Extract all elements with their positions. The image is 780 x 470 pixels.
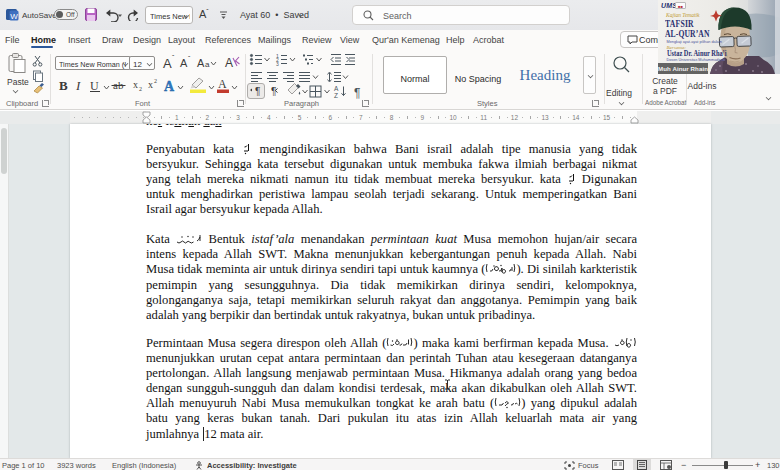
svg-text:ˆ: ˆ (172, 54, 175, 61)
svg-text:B: B (59, 78, 68, 93)
svg-text:A: A (218, 77, 227, 91)
svg-text:¶: ¶ (271, 86, 276, 97)
svg-text:A: A (180, 57, 188, 69)
svg-text:A: A (197, 57, 205, 69)
svg-text:U: U (90, 79, 99, 93)
svg-text:¶: ¶ (354, 86, 360, 100)
svg-text:A: A (163, 56, 172, 71)
svg-text:A: A (164, 79, 175, 94)
svg-text:¶: ¶ (255, 86, 260, 97)
svg-text:a: a (205, 60, 210, 69)
svg-text:3: 3 (276, 61, 279, 67)
svg-text:W: W (10, 12, 18, 21)
svg-text:x: x (133, 79, 138, 90)
svg-text:2: 2 (154, 78, 157, 84)
svg-text:2: 2 (139, 86, 142, 92)
svg-text:I: I (75, 78, 81, 93)
svg-text:A: A (225, 56, 233, 70)
svg-text:x: x (148, 79, 153, 90)
svg-text:ˇ: ˇ (188, 55, 191, 62)
svg-text:Z: Z (334, 92, 338, 99)
